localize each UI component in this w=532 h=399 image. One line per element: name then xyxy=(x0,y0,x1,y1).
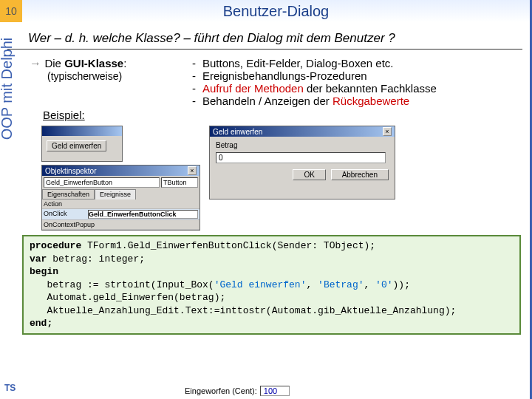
eingeworfen-label: Eingeworfen (Cent): xyxy=(185,386,257,395)
close-icon[interactable]: × xyxy=(383,127,392,136)
ok-button[interactable]: OK xyxy=(293,169,325,180)
form-window: Geld einwerfen xyxy=(41,126,123,162)
code-block: procedure TForm1.Geld_EinwerfenButtonCli… xyxy=(22,235,521,335)
gui-klasse-sub: (typischerweise) xyxy=(30,70,192,82)
bullet-3: Aufruf der Methoden der bekannten Fachkl… xyxy=(202,82,437,95)
close-icon[interactable]: × xyxy=(188,166,197,175)
slide-number: 10 xyxy=(0,0,22,22)
arrow-icon: → xyxy=(30,57,44,69)
dialog-label: Betrag xyxy=(216,141,389,149)
gui-klasse-line: → Die GUI-Klasse: xyxy=(30,57,192,70)
side-label: OOP mit Delphi xyxy=(0,22,16,155)
geld-einwerfen-button[interactable]: Geld einwerfen xyxy=(47,140,106,151)
onclick-handler[interactable]: Geld_EinwerfenButtonClick xyxy=(88,210,198,219)
tab-events[interactable]: Ereignisse xyxy=(95,189,136,200)
subtitle: Wer – d. h. welche Klasse? – führt den D… xyxy=(7,25,522,50)
dialog-title: Geld einwerfen xyxy=(213,128,262,136)
oi-class-combo[interactable]: TButton xyxy=(161,177,198,188)
example-label: Beispiel: xyxy=(0,107,530,121)
eingeworfen-value: 100 xyxy=(260,386,290,396)
slide-title: Benutzer-Dialog xyxy=(22,0,530,22)
object-inspector: Objektinspektor× Geld_EinwerfenButton TB… xyxy=(41,165,200,231)
tab-properties[interactable]: Eigenschaften xyxy=(42,189,95,200)
dialog-input[interactable]: 0 xyxy=(216,152,386,163)
eingeworfen-widget: Eingeworfen (Cent): 100 xyxy=(185,386,290,396)
bullet-4: Behandeln / Anzeigen der Rückgabewerte xyxy=(202,95,409,107)
oi-title: Objektinspektor xyxy=(45,167,96,175)
input-dialog: Geld einwerfen× Betrag 0 OK Abbrechen xyxy=(209,126,395,200)
bullet-2: Ereignisbehandlungs-Prozeduren xyxy=(202,69,367,82)
ts-label: TS xyxy=(4,383,16,393)
oi-object-combo[interactable]: Geld_EinwerfenButton xyxy=(44,177,160,188)
example-area: Geld einwerfen Objektinspektor× Geld_Ein… xyxy=(41,126,530,231)
cancel-button[interactable]: Abbrechen xyxy=(331,169,389,180)
bullet-1: Buttons, Edit-Felder, Dialog-Boxen etc. xyxy=(202,57,393,69)
